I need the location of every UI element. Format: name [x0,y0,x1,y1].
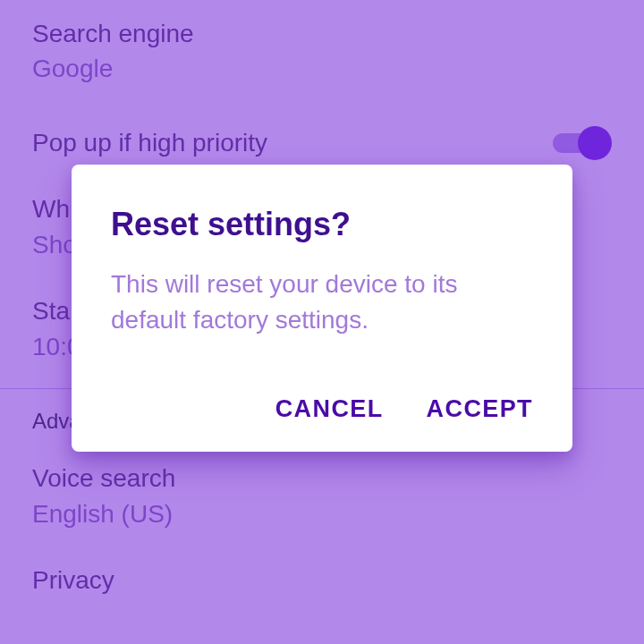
cancel-button[interactable]: CANCEL [275,395,384,423]
dialog-title: Reset settings? [111,206,533,243]
accept-button[interactable]: ACCEPT [427,395,533,423]
dialog-actions: CANCEL ACCEPT [111,395,533,423]
dialog-body: This will reset your device to its defau… [111,267,533,338]
reset-settings-dialog: Reset settings? This will reset your dev… [72,165,572,452]
